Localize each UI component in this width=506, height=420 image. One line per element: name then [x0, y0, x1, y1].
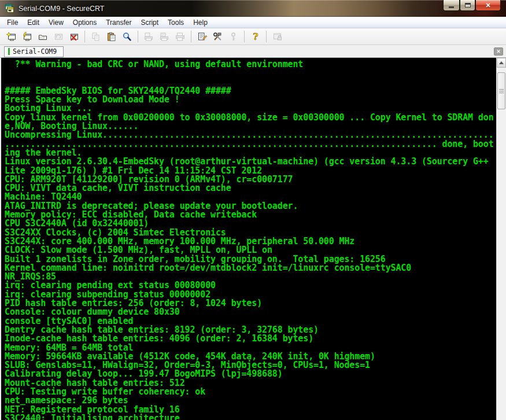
- connect-in-tab-button[interactable]: [35, 30, 50, 43]
- menu-bar: FileEditViewOptionsTransferScriptToolsHe…: [0, 17, 506, 28]
- copy-button: [88, 30, 103, 43]
- toolbar-separator: [266, 31, 267, 42]
- help-button[interactable]: ?: [248, 30, 263, 43]
- terminal-area: ?** Warning - bad CRC or NAND, using def…: [0, 58, 506, 420]
- securecrt-window: Serial-COM9 - SecureCRT ✕ FileEditViewOp…: [0, 0, 506, 420]
- print-screen-icon: [144, 32, 154, 42]
- print-icon: [175, 32, 186, 42]
- menu-options[interactable]: Options: [68, 17, 101, 28]
- close-button[interactable]: ✕: [475, 0, 501, 11]
- paste-button[interactable]: [104, 30, 119, 43]
- menu-file[interactable]: File: [2, 17, 23, 28]
- reconnect-icon: [53, 32, 64, 42]
- tab-serial-com9[interactable]: Serial-COM9: [4, 46, 64, 57]
- toolbar-separator: [84, 31, 85, 42]
- key-agent-button: [226, 30, 241, 43]
- find-button[interactable]: [120, 30, 134, 43]
- quick-connect-button[interactable]: [4, 30, 19, 43]
- find-icon: [122, 32, 132, 42]
- reconnect-button: [51, 30, 65, 43]
- menu-script[interactable]: Script: [136, 17, 163, 28]
- terminal-output[interactable]: ?** Warning - bad CRC or NAND, using def…: [1, 58, 496, 420]
- secure-window-button: [270, 30, 285, 43]
- window-title: Serial-COM9 - SecureCRT: [19, 5, 104, 13]
- connected-indicator: [8, 48, 10, 55]
- minimize-button[interactable]: [443, 0, 460, 11]
- up-arrow-icon: [499, 61, 504, 64]
- print-selection-button: [157, 30, 172, 43]
- menu-transfer[interactable]: Transfer: [101, 17, 136, 28]
- help-icon: ?: [250, 32, 261, 42]
- global-options-icon: [213, 32, 223, 42]
- global-options-button[interactable]: [210, 30, 225, 43]
- menu-view[interactable]: View: [44, 17, 68, 28]
- terminal-scrollbar[interactable]: [496, 58, 506, 420]
- print-button: [173, 30, 187, 43]
- toolbar-separator: [138, 31, 138, 42]
- terminal-line: Kernel command line: noinitrd root=/dev/…: [5, 264, 496, 272]
- scrollbar-up-button[interactable]: [497, 58, 506, 68]
- menu-help[interactable]: Help: [189, 17, 212, 28]
- connect-button[interactable]: [20, 30, 34, 43]
- quick-connect-icon: [6, 32, 17, 42]
- title-bar[interactable]: Serial-COM9 - SecureCRT ✕: [0, 0, 506, 17]
- disconnect-button[interactable]: [67, 30, 81, 43]
- minimize-icon: [449, 6, 454, 8]
- terminal-line: ?** Warning - bad CRC or NAND, using def…: [5, 60, 496, 69]
- menu-edit[interactable]: Edit: [23, 17, 44, 28]
- toolbar-separator: [191, 31, 191, 42]
- terminal-line: S3C2440: Initialising architecture: [5, 414, 496, 420]
- scrollbar-grip-icon: [499, 89, 504, 93]
- key-agent-icon: [228, 32, 239, 42]
- toolbar-separator: [244, 31, 245, 42]
- window-controls: ✕: [443, 0, 501, 11]
- close-icon: ✕: [485, 2, 490, 9]
- maximize-icon: [465, 3, 471, 8]
- terminal-line: [5, 69, 496, 78]
- copy-icon: [91, 32, 101, 42]
- toolbar: ?: [0, 28, 506, 45]
- connect-icon: [22, 32, 32, 42]
- secure-window-icon: [272, 32, 283, 42]
- tab-label: Serial-COM9: [13, 47, 57, 56]
- scrollbar-thumb[interactable]: [497, 72, 505, 109]
- session-options-button[interactable]: [195, 30, 209, 43]
- print-selection-icon: [160, 32, 170, 42]
- tab-close-button[interactable]: ✕: [494, 47, 503, 56]
- menu-tools[interactable]: Tools: [163, 17, 189, 28]
- connect-in-tab-icon: [38, 32, 48, 42]
- session-options-icon: [197, 32, 208, 42]
- svg-text:?: ?: [253, 32, 258, 42]
- print-screen-button: [142, 30, 156, 43]
- securecrt-app-icon: [5, 4, 14, 13]
- paste-icon: [106, 32, 117, 42]
- tab-bar: Serial-COM9 ✕: [0, 45, 506, 58]
- disconnect-icon: [69, 32, 79, 42]
- maximize-button[interactable]: [460, 0, 475, 11]
